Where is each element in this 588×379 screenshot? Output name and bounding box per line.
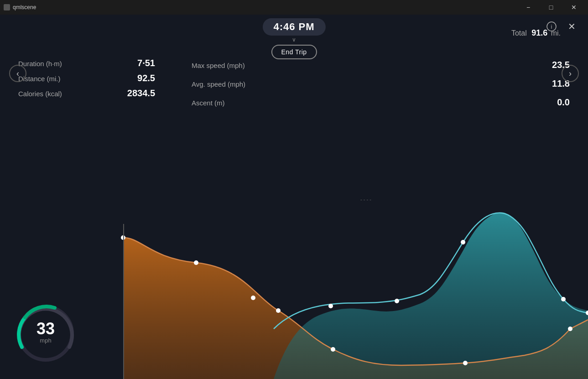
svg-text:i: i <box>551 23 552 30</box>
chart-svg: - - - - <box>0 187 588 379</box>
total-label: Total <box>511 29 527 37</box>
minimize-button[interactable]: − <box>518 0 539 15</box>
duration-value: 7·51 <box>137 58 155 68</box>
stats-right: Max speed (mph) 23.5 Avg. speed (mph) 11… <box>155 58 570 109</box>
dot-orange-2 <box>194 260 198 265</box>
stat-avg-speed: Avg. speed (mph) 11.8 <box>155 77 570 91</box>
topbar-actions: i ✕ <box>544 19 579 34</box>
stat-max-speed: Max speed (mph) 23.5 <box>155 58 570 72</box>
titlebar: qmlscene − □ ✕ <box>0 0 588 15</box>
speed-value: 33 mph <box>36 321 55 344</box>
max-speed-label: Max speed (mph) <box>155 62 245 69</box>
titlebar-controls: − □ ✕ <box>518 0 584 15</box>
calories-value: 2834.5 <box>127 88 155 99</box>
dot-teal-3 <box>561 297 566 301</box>
dot-orange-6 <box>463 361 468 365</box>
speedometer: 33 mph <box>14 301 78 365</box>
stat-calories: Calories (kcal) 2834.5 <box>18 88 155 99</box>
chart-area: - - - - <box>0 187 588 379</box>
stats-section: Duration (h·m) 7·51 Distance (mi.) 92.5 … <box>0 49 588 114</box>
time-text: 4:46 PM <box>273 21 314 33</box>
close-button[interactable]: ✕ <box>563 0 584 15</box>
maximize-button[interactable]: □ <box>541 0 562 15</box>
dot-teal-peak <box>461 240 465 244</box>
dot-orange-4 <box>276 308 281 313</box>
chart-indicator-line <box>123 224 124 379</box>
dot-teal-1 <box>328 304 333 308</box>
dot-orange-7 <box>568 327 572 331</box>
titlebar-left: qmlscene <box>4 4 36 10</box>
speed-unit: mph <box>36 337 55 344</box>
distance-value: 92.5 <box>137 73 155 83</box>
stat-ascent: Ascent (m) 0.0 <box>155 95 570 109</box>
dot-orange-3 <box>251 296 255 300</box>
ascent-value: 0.0 <box>557 97 570 108</box>
avg-speed-label: Avg. speed (mph) <box>155 80 245 88</box>
right-arrow-icon: › <box>569 69 572 78</box>
top-close-button[interactable]: ✕ <box>564 19 579 34</box>
time-chevron[interactable]: ∨ <box>292 36 296 43</box>
stat-distance: Distance (mi.) 92.5 <box>18 73 155 83</box>
time-pill: 4:46 PM <box>262 18 325 36</box>
ascent-label: Ascent (m) <box>155 99 225 107</box>
stat-duration: Duration (h·m) 7·51 <box>18 58 155 68</box>
dot-orange-5 <box>331 347 335 352</box>
nav-next-button[interactable]: › <box>562 65 579 82</box>
info-button[interactable]: i <box>544 19 559 34</box>
stats-left: Duration (h·m) 7·51 Distance (mi.) 92.5 … <box>18 58 155 109</box>
calories-label: Calories (kcal) <box>18 90 62 98</box>
app-icon <box>4 4 10 10</box>
main-app: i ✕ 4:46 PM ∨ End Trip Total 91.6 mi. ‹ … <box>0 15 588 379</box>
left-arrow-icon: ‹ <box>16 69 19 78</box>
duration-label: Duration (h·m) <box>18 60 62 67</box>
nav-prev-button[interactable]: ‹ <box>9 65 26 82</box>
chart-label: - - - - <box>360 197 371 202</box>
dot-teal-2 <box>395 299 399 303</box>
titlebar-title: qmlscene <box>13 4 36 10</box>
speed-number: 33 <box>36 321 55 337</box>
